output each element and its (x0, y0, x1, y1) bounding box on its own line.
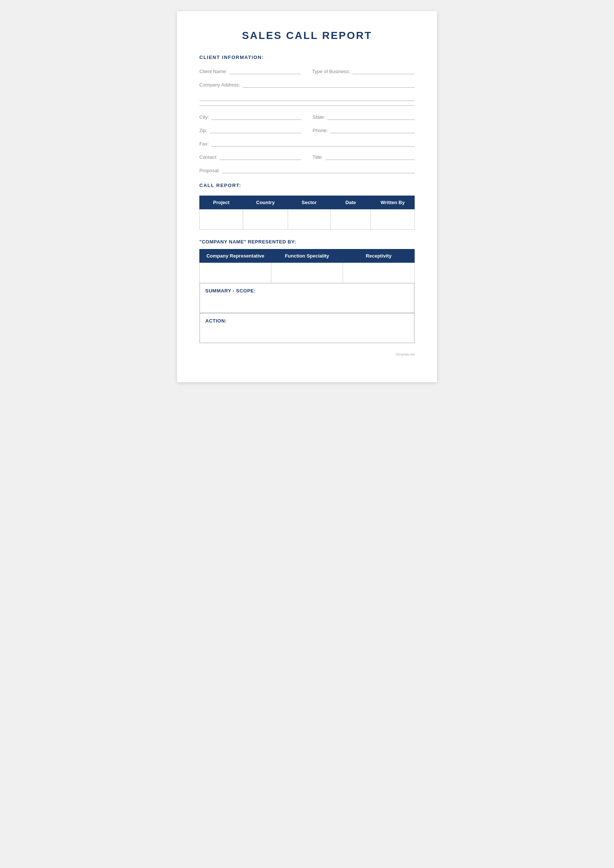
company-address-block: Company Address: (199, 81, 415, 101)
col-country: Country (243, 196, 288, 209)
client-name-input[interactable] (229, 68, 301, 74)
cell-company-rep[interactable] (200, 263, 271, 283)
proposal-group: Proposal: (199, 167, 415, 173)
cell-date[interactable] (330, 209, 371, 230)
type-of-business-input[interactable] (352, 68, 415, 74)
action-block: ACTION: (200, 313, 414, 343)
contact-input[interactable] (219, 153, 301, 160)
company-data-row (200, 263, 415, 283)
project-input[interactable] (203, 217, 240, 222)
fax-input[interactable] (211, 140, 415, 147)
company-rep-input[interactable] (203, 270, 268, 276)
type-of-business-label: Type of Business: (312, 69, 350, 74)
company-header-row: Company Representative Function Speciali… (200, 250, 415, 263)
city-group: City: (199, 113, 301, 120)
action-row: ACTION: (200, 313, 415, 343)
proposal-row: Proposal: (199, 167, 415, 173)
col-written-by: Written By (371, 196, 415, 209)
summary-block: SUMMARY - SCOPE: (200, 283, 414, 313)
sector-input[interactable] (291, 217, 327, 222)
city-input[interactable] (211, 113, 301, 120)
client-info-section: CLIENT INFORMATION: Client Name: Type of… (199, 54, 415, 173)
date-input[interactable] (334, 217, 368, 222)
country-input[interactable] (246, 217, 284, 222)
type-of-business-group: Type of Business: (312, 68, 415, 74)
col-function-speciality: Function Speciality (271, 250, 343, 263)
call-report-header-row: Project Country Sector Date Written By (200, 196, 415, 209)
page: SALES CALL REPORT CLIENT INFORMATION: Cl… (177, 11, 437, 382)
company-address-input[interactable] (242, 81, 415, 88)
company-table: Company Representative Function Speciali… (199, 249, 415, 343)
receptivity-input[interactable] (346, 270, 411, 276)
summary-label: SUMMARY - SCOPE: (205, 288, 409, 293)
city-state-row: City: State: (199, 113, 415, 120)
cell-receptivity[interactable] (343, 263, 415, 283)
cell-country[interactable] (243, 209, 288, 230)
cell-sector[interactable] (288, 209, 330, 230)
state-group: State: (313, 113, 415, 120)
company-address-label: Company Address: (199, 82, 240, 88)
call-report-data-row (200, 209, 415, 230)
zip-phone-row: Zip: Phone: (199, 127, 415, 133)
fax-row: Fax: (199, 140, 415, 147)
city-label: City: (199, 114, 209, 120)
title-group: Title: (313, 153, 415, 160)
cell-written-by[interactable] (371, 209, 415, 230)
company-represented-section: "COMPANY NAME" REPRESENTED BY: Company R… (199, 239, 415, 343)
call-report-table: Project Country Sector Date Written By (199, 195, 415, 230)
proposal-input[interactable] (222, 167, 415, 173)
zip-label: Zip: (199, 128, 208, 133)
zip-group: Zip: (199, 127, 301, 133)
col-project: Project (200, 196, 243, 209)
written-by-input[interactable] (374, 217, 411, 222)
action-label: ACTION: (205, 318, 409, 324)
call-report-heading: CALL REPORT: (199, 183, 415, 188)
address-divider (199, 105, 415, 106)
col-company-rep: Company Representative (200, 250, 271, 263)
contact-label: Contact: (199, 154, 217, 160)
zip-input[interactable] (210, 127, 301, 133)
phone-group: Phone: (313, 127, 415, 133)
col-sector: Sector (288, 196, 330, 209)
phone-input[interactable] (330, 127, 415, 133)
company-address-row: Company Address: (199, 81, 415, 88)
title-label: Title: (313, 154, 323, 160)
client-name-row: Client Name: Type of Business: (199, 68, 415, 74)
fax-label: Fax: (199, 141, 209, 147)
client-info-heading: CLIENT INFORMATION: (199, 54, 415, 60)
watermark: Template.net (199, 353, 415, 356)
phone-label: Phone: (313, 128, 328, 133)
function-speciality-input[interactable] (274, 270, 340, 276)
contact-title-row: Contact: Title: (199, 153, 415, 160)
cell-function-speciality[interactable] (271, 263, 343, 283)
fax-group: Fax: (199, 140, 415, 147)
contact-group: Contact: (199, 153, 301, 160)
col-receptivity: Receptivity (343, 250, 415, 263)
company-address-group: Company Address: (199, 81, 415, 88)
state-input[interactable] (327, 113, 415, 120)
state-label: State: (313, 114, 325, 120)
summary-row: SUMMARY - SCOPE: (200, 283, 415, 313)
company-address-line2-input[interactable] (199, 94, 415, 101)
page-title: SALES CALL REPORT (199, 30, 415, 42)
client-name-label: Client Name: (199, 69, 227, 74)
company-represented-heading: "COMPANY NAME" REPRESENTED BY: (199, 239, 415, 245)
call-report-section: CALL REPORT: Project Country Sector Date… (199, 183, 415, 230)
cell-project[interactable] (200, 209, 243, 230)
title-input[interactable] (325, 153, 415, 160)
proposal-label: Proposal: (199, 168, 220, 173)
col-date: Date (330, 196, 371, 209)
client-name-group: Client Name: (199, 68, 301, 74)
